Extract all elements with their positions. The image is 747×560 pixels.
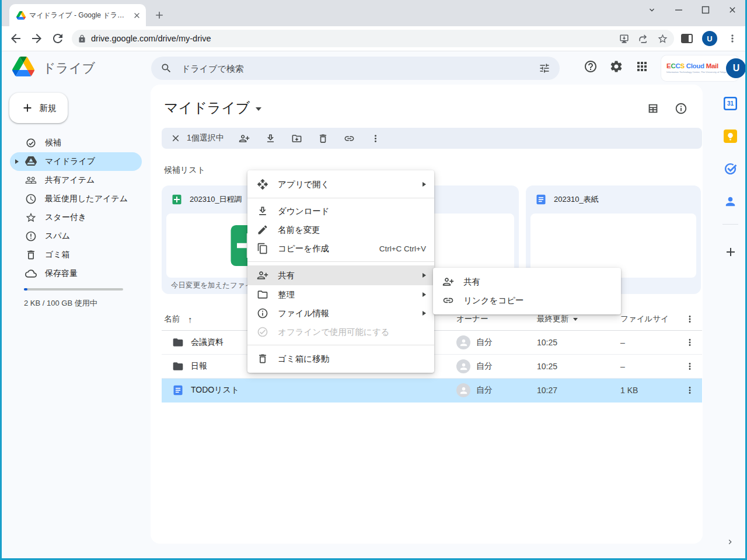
row-menu-icon[interactable] bbox=[685, 337, 695, 348]
google-apps-icon[interactable] bbox=[635, 60, 649, 74]
tab-search-chevron-icon[interactable] bbox=[647, 5, 657, 15]
sort-ascending-icon: ↑ bbox=[188, 314, 193, 324]
menu-item-label: コピーを作成 bbox=[278, 243, 370, 254]
submenu-arrow-icon bbox=[423, 273, 426, 278]
sidebar-item-label: ゴミ箱 bbox=[45, 250, 70, 260]
sidebar: 新規 候補 マイドライブ 共有アイテム 最近使用したアイテム スタ bbox=[2, 85, 151, 558]
sidebar-item-trash[interactable]: ゴミ箱 bbox=[10, 246, 142, 264]
submenu-arrow-icon bbox=[423, 182, 426, 187]
menu-item-download[interactable]: ダウンロード bbox=[247, 202, 434, 220]
modified-time: 10:27 bbox=[537, 379, 557, 402]
person-add-icon bbox=[257, 270, 268, 281]
details-info-icon[interactable] bbox=[675, 102, 687, 115]
drive-logo[interactable] bbox=[12, 57, 34, 76]
download-selection-icon[interactable] bbox=[257, 133, 284, 144]
browser-tab[interactable]: マイドライブ - Google ドライブ bbox=[9, 4, 146, 26]
account-badge-logo: ECCS Cloud Mail Information Technology C… bbox=[666, 63, 726, 74]
row-menu-icon[interactable] bbox=[685, 385, 695, 396]
sidebar-item-starred[interactable]: スター付き bbox=[10, 208, 142, 227]
table-row-selected[interactable]: TODOリスト 自分 10:27 1 KB bbox=[162, 379, 702, 402]
sheets-file-icon bbox=[171, 194, 183, 205]
link-selection-icon[interactable] bbox=[336, 133, 362, 144]
row-menu-icon[interactable] bbox=[685, 361, 695, 372]
sidebar-item-my-drive[interactable]: マイドライブ bbox=[10, 152, 142, 171]
badge-letter: S bbox=[680, 62, 684, 69]
calendar-icon[interactable]: 31 bbox=[724, 97, 737, 110]
file-size: 1 KB bbox=[620, 379, 638, 402]
clear-selection-icon[interactable] bbox=[165, 133, 186, 144]
share-page-icon[interactable] bbox=[638, 33, 649, 44]
folder-icon bbox=[172, 360, 184, 372]
browser-menu-icon[interactable] bbox=[727, 33, 738, 44]
tab-close-icon[interactable] bbox=[132, 11, 141, 20]
submenu-item-copy-link[interactable]: リンクをコピー bbox=[433, 291, 621, 310]
badge-word: Cloud bbox=[685, 62, 704, 69]
new-button[interactable]: 新規 bbox=[9, 93, 68, 123]
sidebar-item-label: 保存容量 bbox=[45, 268, 78, 279]
menu-item-share[interactable]: 共有 bbox=[247, 265, 434, 285]
grid-view-icon[interactable] bbox=[647, 102, 659, 115]
menu-item-label: アプリで開く bbox=[278, 179, 413, 190]
menu-item-organize[interactable]: 整理 bbox=[247, 285, 434, 304]
back-button[interactable] bbox=[9, 32, 23, 46]
menu-item-move-to-trash[interactable]: ゴミ箱に移動 bbox=[247, 349, 434, 369]
share-submenu: 共有 リンクをコピー bbox=[433, 268, 621, 314]
sidebar-item-suggested[interactable]: 候補 bbox=[10, 134, 142, 152]
column-header-size[interactable]: ファイルサイ bbox=[620, 308, 669, 330]
move-selection-icon[interactable] bbox=[284, 133, 310, 144]
account-badge[interactable]: ECCS Cloud Mail Information Technology C… bbox=[661, 55, 739, 81]
get-addons-icon[interactable] bbox=[724, 245, 738, 259]
drive-search-bar[interactable] bbox=[151, 57, 560, 80]
column-header-name[interactable]: 名前↑ bbox=[164, 308, 193, 330]
reload-button[interactable] bbox=[51, 32, 65, 46]
sidebar-item-spam[interactable]: スパム bbox=[10, 227, 142, 246]
link-icon bbox=[442, 295, 454, 306]
sidebar-item-shared[interactable]: 共有アイテム bbox=[10, 171, 142, 190]
column-header-menu-icon[interactable] bbox=[683, 308, 697, 330]
badge-word: Mail bbox=[704, 62, 718, 69]
support-icon[interactable] bbox=[584, 60, 598, 74]
card-title: 202310_表紙 bbox=[554, 194, 599, 205]
more-actions-icon[interactable] bbox=[362, 133, 389, 144]
search-icon[interactable] bbox=[160, 62, 172, 74]
trash-icon bbox=[257, 353, 268, 365]
collapse-panel-chevron-icon[interactable] bbox=[725, 537, 735, 547]
address-bar[interactable]: drive.google.com/drive/my-drive bbox=[72, 30, 674, 47]
keep-icon[interactable] bbox=[724, 130, 737, 143]
trash-selection-icon[interactable] bbox=[310, 133, 336, 144]
url-text[interactable]: drive.google.com/drive/my-drive bbox=[91, 34, 610, 43]
search-options-icon[interactable] bbox=[539, 62, 550, 74]
search-input[interactable] bbox=[180, 63, 539, 74]
browser-profile-avatar[interactable]: U bbox=[702, 31, 717, 46]
sidebar-item-storage[interactable]: 保存容量 bbox=[10, 264, 142, 283]
title-dropdown-icon[interactable] bbox=[256, 107, 261, 111]
window-maximize-button[interactable] bbox=[701, 5, 710, 15]
sidebar-item-recent[interactable]: 最近使用したアイテム bbox=[10, 190, 142, 208]
menu-divider bbox=[247, 261, 434, 262]
bookmark-star-icon[interactable] bbox=[657, 33, 668, 44]
tab-title: マイドライブ - Google ドライブ bbox=[29, 10, 129, 20]
browser-toolbar: drive.google.com/drive/my-drive U bbox=[2, 26, 745, 51]
menu-item-open-with[interactable]: アプリで開く bbox=[247, 174, 434, 194]
new-tab-button[interactable] bbox=[153, 9, 165, 21]
contacts-icon[interactable] bbox=[724, 195, 737, 208]
file-name[interactable]: 日報 bbox=[191, 355, 207, 378]
download-icon bbox=[257, 205, 268, 217]
folder-title-button[interactable]: マイドライブ bbox=[164, 99, 261, 117]
submenu-item-share[interactable]: 共有 bbox=[433, 272, 621, 291]
forward-button[interactable] bbox=[30, 32, 44, 46]
side-panel-toggle-icon[interactable] bbox=[681, 34, 693, 43]
settings-gear-icon[interactable] bbox=[609, 60, 623, 74]
tasks-icon[interactable] bbox=[724, 162, 737, 176]
file-name[interactable]: 会議資料 bbox=[191, 331, 224, 354]
account-avatar[interactable]: U bbox=[726, 58, 746, 78]
file-name[interactable]: TODOリスト bbox=[191, 379, 239, 402]
menu-item-file-info[interactable]: ファイル情報 bbox=[247, 304, 434, 323]
expand-caret-icon[interactable] bbox=[15, 159, 19, 164]
menu-item-rename[interactable]: 名前を変更 bbox=[247, 220, 434, 239]
menu-item-make-copy[interactable]: コピーを作成 Ctrl+C Ctrl+V bbox=[247, 239, 434, 258]
window-minimize-button[interactable] bbox=[674, 5, 683, 15]
window-close-button[interactable] bbox=[728, 5, 737, 15]
install-app-icon[interactable] bbox=[619, 33, 630, 44]
share-selection-icon[interactable] bbox=[231, 133, 257, 144]
